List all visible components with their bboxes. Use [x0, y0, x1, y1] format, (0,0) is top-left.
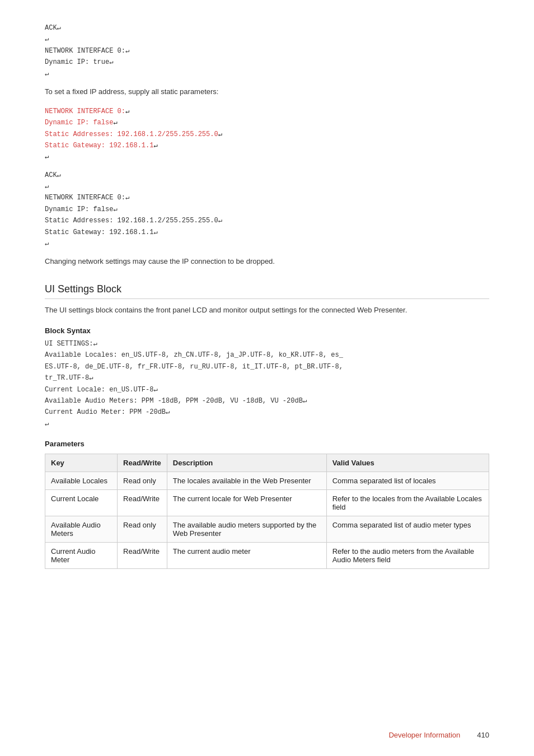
- col-valid: Valid Values: [326, 454, 489, 472]
- table-cell-key: Current Audio Meter: [45, 543, 118, 569]
- parameters-table: Key Read/Write Description Valid Values …: [45, 454, 489, 569]
- table-row: Current LocaleRead/WriteThe current loca…: [45, 490, 489, 516]
- table-cell-valid: Comma separated list of locales: [326, 472, 489, 490]
- table-cell-description: The current audio meter: [167, 543, 326, 569]
- table-row: Current Audio MeterRead/WriteThe current…: [45, 543, 489, 569]
- table-cell-rw: Read/Write: [118, 543, 167, 569]
- table-cell-rw: Read/Write: [118, 490, 167, 516]
- col-rw: Read/Write: [118, 454, 167, 472]
- section-heading: UI Settings Block: [45, 283, 489, 299]
- code-block-2b: ACK↵ ↵ NETWORK INTERFACE 0:↵ Dynamic IP:…: [45, 170, 489, 250]
- table-cell-description: The available audio meters supported by …: [167, 516, 326, 543]
- table-cell-rw: Read only: [118, 516, 167, 543]
- table-row: Available Audio MetersRead onlyThe avail…: [45, 516, 489, 543]
- table-cell-key: Current Locale: [45, 490, 118, 516]
- prose-2: Changing network settings may cause the …: [45, 256, 489, 268]
- code-block-2: NETWORK INTERFACE 0:↵ Dynamic IP: false↵…: [45, 106, 489, 163]
- table-cell-description: The locales available in the Web Present…: [167, 472, 326, 490]
- code-block-3: UI SETTINGS:↵ Available Locales: en_US.U…: [45, 338, 489, 430]
- prose-1: To set a fixed IP address, supply all st…: [45, 86, 489, 98]
- footer-page-number: 410: [477, 731, 489, 739]
- code-block-1: ACK↵ ↵ NETWORK INTERFACE 0:↵ Dynamic IP:…: [45, 22, 489, 80]
- table-cell-valid: Refer to the audio meters from the Avail…: [326, 543, 489, 569]
- table-cell-key: Available Audio Meters: [45, 516, 118, 543]
- table-cell-rw: Read only: [118, 472, 167, 490]
- table-cell-valid: Comma separated list of audio meter type…: [326, 516, 489, 543]
- parameters-heading: Parameters: [45, 440, 489, 448]
- table-cell-key: Available Locales: [45, 472, 118, 490]
- block-syntax-heading: Block Syntax: [45, 326, 489, 335]
- footer: Developer Information 410: [388, 731, 489, 739]
- table-cell-description: The current locale for Web Presenter: [167, 490, 326, 516]
- section-prose: The UI settings block contains the front…: [45, 305, 489, 316]
- footer-link: Developer Information: [388, 731, 460, 739]
- col-description: Description: [167, 454, 326, 472]
- col-key: Key: [45, 454, 118, 472]
- table-row: Available LocalesRead onlyThe locales av…: [45, 472, 489, 490]
- table-cell-valid: Refer to the locales from the Available …: [326, 490, 489, 516]
